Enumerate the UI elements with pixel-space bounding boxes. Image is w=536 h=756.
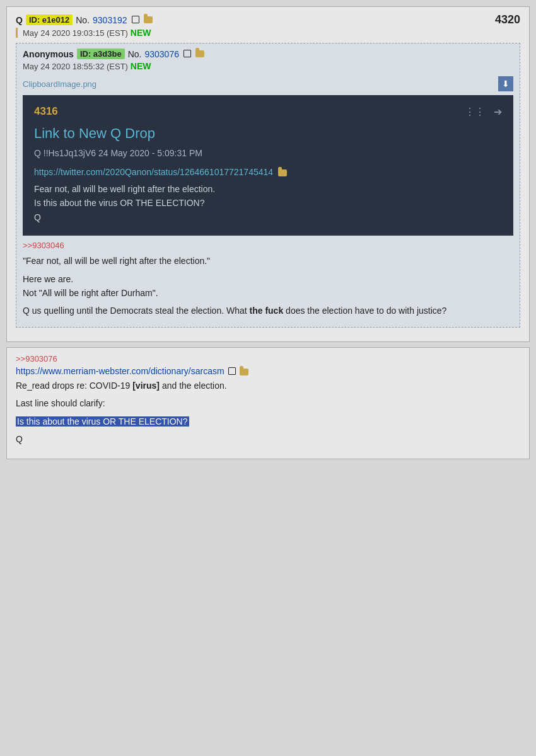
q-drop-card-top: 4316 ⋮⋮ ➔	[34, 105, 502, 118]
bottom-post-body: Re_read drops re: COVID-19 [virus] and t…	[16, 379, 520, 447]
drop-number: 4320	[495, 13, 520, 26]
quoted-new-badge: NEW	[131, 61, 151, 71]
quoted-reply-ref[interactable]: >>9303046	[23, 241, 513, 250]
post-author: Q	[16, 15, 23, 25]
quoted-date: May 24 2020 18:55:32 (EST)	[23, 62, 128, 71]
quoted-post: Anonymous ID: a3d3be No.9303076 May 24 2…	[16, 43, 520, 328]
qb-line1: "Fear not, all will be well right after …	[23, 254, 513, 268]
quoted-author: Anonymous	[23, 49, 74, 59]
navigate-icon[interactable]: ➔	[494, 106, 502, 118]
bottom-highlighted-line: Is this about the virus OR THE ELECTION?	[16, 415, 520, 428]
qb-line6-bold: the fuck	[250, 306, 284, 316]
new-badge: NEW	[131, 28, 151, 38]
qb-line6: Q us quelling until the Democrats steal …	[23, 304, 513, 318]
bottom-merriam-line: https://www.merriam-webster.com/dictiona…	[16, 366, 520, 376]
image-link[interactable]: ClipboardImage.png	[23, 79, 96, 89]
q-drop-body-line3: Q	[34, 210, 502, 224]
post-date-line: May 24 2020 19:03:15 (EST) NEW	[16, 28, 520, 38]
q-drop-body-line2: Is this about the virus OR THE ELECTION?	[34, 196, 502, 210]
merriam-external-icon	[228, 367, 236, 375]
q-drop-folder-icon	[278, 169, 287, 176]
qb-line6-prefix: Q us quelling until the Democrats steal …	[23, 306, 250, 316]
q-drop-icons: ⋮⋮ ➔	[465, 106, 502, 118]
qb-line2: Here we are. Not "All will be right afte…	[23, 272, 513, 301]
q-drop-body-line1: Fear not, all will be well right after t…	[34, 182, 502, 196]
highlighted-text: Is this about the virus OR THE ELECTION?	[16, 416, 189, 427]
bottom-line2-suffix: and the election.	[160, 381, 227, 391]
post-number-link[interactable]: 9303192	[93, 15, 127, 25]
quoted-id-badge: ID: a3d3be	[77, 49, 125, 59]
quoted-id-label: ID:	[80, 49, 93, 59]
quoted-post-number-link[interactable]: 9303076	[144, 49, 179, 59]
quoted-folder-icon	[195, 50, 204, 57]
bottom-bracket-text: [virus]	[132, 381, 160, 391]
folder-icon	[144, 16, 153, 23]
quoted-external-link-icon	[184, 50, 191, 57]
bottom-line3: Last line should clarify:	[16, 396, 520, 410]
external-link-icon	[132, 16, 139, 23]
share-icon[interactable]: ⋮⋮	[465, 106, 485, 118]
id-badge: ID: e1e012	[26, 14, 73, 25]
no-label: No.	[76, 15, 90, 25]
quoted-date-line: May 24 2020 18:55:32 (EST) NEW	[23, 61, 513, 71]
id-label: ID:	[29, 15, 42, 25]
id-value: e1e012	[42, 15, 69, 25]
qb-line4: Not "All will be right after Durham".	[23, 288, 158, 298]
qb-line6-suffix: does the election have to do with justic…	[283, 306, 446, 316]
bottom-line2-text: Re_read drops re: COVID-19	[16, 381, 132, 391]
q-drop-card: 4316 ⋮⋮ ➔ Link to New Q Drop Q !!Hs1Jq13…	[23, 95, 513, 236]
quoted-post-body: "Fear not, all will be well right after …	[23, 254, 513, 318]
bottom-line2: Re_read drops re: COVID-19 [virus] and t…	[16, 379, 520, 392]
q-drop-body: Fear not, all will be well right after t…	[34, 182, 502, 224]
q-drop-twitter-link[interactable]: https://twitter.com/2020Qanon/status/126…	[34, 167, 273, 177]
bottom-reply-ref[interactable]: >>9303076	[16, 354, 520, 364]
q-drop-title: Link to New Q Drop	[34, 125, 502, 142]
q-drop-author-line: Q !!Hs1Jq13jV6 24 May 2020 - 5:09:31 PM	[34, 148, 502, 158]
outer-post: Q ID: e1e012 No.9303192 4320 May 24 2020…	[6, 6, 530, 342]
image-download-button[interactable]: ⬇	[498, 76, 513, 91]
quoted-id-value: a3d3be	[93, 49, 122, 59]
merriam-folder-icon	[240, 369, 248, 375]
image-bar: ClipboardImage.png ⬇	[23, 76, 513, 91]
qb-line3: Here we are.	[23, 274, 73, 284]
q-drop-number: 4316	[34, 105, 58, 118]
q-drop-author-text: Q !!Hs1Jq13jV6 24 May 2020 - 5:09:31 PM	[34, 148, 202, 158]
post-header: Q ID: e1e012 No.9303192 4320	[16, 13, 520, 26]
post-date: May 24 2020 19:03:15 (EST)	[23, 28, 128, 38]
bottom-section: >>9303076 https://www.merriam-webster.co…	[6, 347, 530, 460]
quoted-no-label: No.	[128, 49, 142, 59]
q-drop-link-line: https://twitter.com/2020Qanon/status/126…	[34, 167, 502, 177]
merriam-link[interactable]: https://www.merriam-webster.com/dictiona…	[16, 366, 224, 376]
bottom-final-line: Q	[16, 432, 520, 446]
quoted-post-header: Anonymous ID: a3d3be No.9303076	[23, 49, 513, 59]
